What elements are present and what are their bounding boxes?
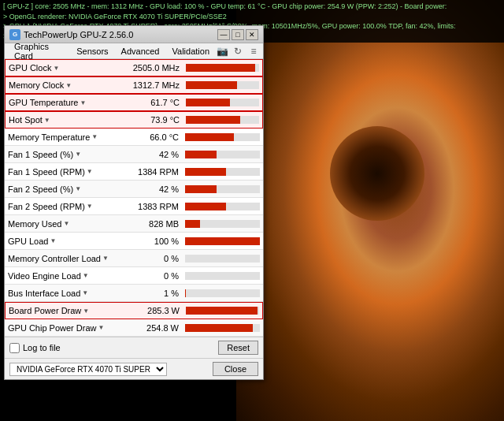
sensor-bar-container — [182, 253, 263, 264]
close-button[interactable]: Close — [213, 362, 258, 376]
sensor-bar-background — [185, 237, 260, 245]
sensor-bar-fill — [186, 116, 240, 124]
sensor-name: Fan 2 Speed (RPM) ▼ — [5, 202, 119, 211]
sensor-bar-container — [182, 288, 263, 299]
menu-graphics-card[interactable]: Graphics Card — [8, 40, 70, 62]
sensor-row: Memory Temperature ▼ 66.0 °C — [5, 129, 263, 146]
sensor-bar-container — [183, 114, 262, 125]
sensor-label: Bus Interface Load — [8, 289, 80, 298]
sensor-table: GPU Clock ▼ 2505.0 MHz Memory Clock ▼ 13… — [5, 59, 263, 337]
sensor-value: 42 % — [119, 184, 182, 194]
sensor-label: GPU Load — [8, 237, 48, 246]
dropdown-arrow-icon[interactable]: ▼ — [75, 151, 81, 158]
dropdown-arrow-icon[interactable]: ▼ — [80, 99, 86, 106]
dropdown-arrow-icon[interactable]: ▼ — [63, 220, 69, 227]
log-to-file-label: Log to file — [23, 343, 61, 352]
menu-sensors[interactable]: Sensors — [70, 45, 114, 58]
sensor-name: Fan 2 Speed (%) ▼ — [5, 184, 119, 194]
sensor-bar-container — [183, 97, 262, 108]
sensor-row: Memory Controller Load ▼ 0 % — [5, 250, 263, 267]
sensor-name: Board Power Draw ▼ — [6, 306, 120, 315]
dropdown-arrow-icon[interactable]: ▼ — [83, 272, 89, 279]
sensor-value: 61.7 °C — [120, 98, 183, 107]
refresh-icon[interactable]: ↻ — [232, 45, 244, 58]
sensor-label: Fan 1 Speed (RPM) — [8, 167, 85, 177]
sensor-bar-background — [185, 289, 260, 297]
sensor-bar-background — [185, 220, 260, 228]
sensor-bar-container — [182, 132, 263, 143]
menu-advanced[interactable]: Advanced — [115, 45, 166, 58]
sensor-label: Hot Spot — [9, 115, 43, 125]
sensor-value: 254.8 W — [119, 323, 182, 333]
dropdown-arrow-icon[interactable]: ▼ — [87, 203, 93, 210]
bottom-controls: Log to file Reset — [5, 337, 263, 358]
sensor-bar-background — [185, 151, 260, 158]
sensor-name: Video Engine Load ▼ — [5, 271, 119, 281]
sensor-value: 0 % — [119, 271, 182, 281]
sensor-row: GPU Temperature ▼ 61.7 °C — [5, 94, 263, 111]
dropdown-arrow-icon[interactable]: ▼ — [65, 82, 72, 89]
sensor-value: 0 % — [119, 254, 182, 263]
sensor-bar-background — [185, 133, 260, 141]
log-to-file-checkbox[interactable] — [9, 343, 20, 353]
sensor-name: Fan 1 Speed (%) ▼ — [5, 150, 119, 159]
sensor-bar-fill — [186, 99, 230, 106]
menu-validation[interactable]: Validation — [166, 45, 217, 58]
window-title: TechPowerUp GPU-Z 2.56.0 — [24, 30, 133, 39]
gpu-selector[interactable]: NVIDIA GeForce RTX 4070 Ti SUPER — [9, 363, 167, 376]
dropdown-arrow-icon[interactable]: ▼ — [87, 168, 93, 175]
dropdown-arrow-icon[interactable]: ▼ — [75, 185, 81, 192]
sensor-bar-fill — [185, 168, 226, 176]
sensor-bar-container — [182, 166, 263, 177]
sensor-label: Memory Controller Load — [8, 254, 101, 263]
sensor-row: Memory Clock ▼ 1312.7 MHz — [5, 76, 263, 94]
sensor-label: GPU Temperature — [9, 98, 78, 107]
sensor-bar-container — [182, 149, 263, 160]
minimize-button[interactable]: — — [217, 29, 230, 40]
title-buttons: — □ ✕ — [217, 29, 258, 40]
dropdown-arrow-icon[interactable]: ▼ — [83, 307, 89, 315]
dropdown-arrow-icon[interactable]: ▼ — [91, 133, 98, 140]
sensor-value: 1 % — [119, 289, 182, 298]
dropdown-arrow-icon[interactable]: ▼ — [98, 324, 104, 331]
sensor-name: Memory Used ▼ — [5, 219, 119, 229]
sensor-bar-fill — [185, 185, 217, 193]
reset-button[interactable]: Reset — [218, 341, 258, 355]
sensor-label: Memory Used — [8, 219, 61, 229]
sensor-bar-fill — [186, 64, 255, 72]
sensor-row: Fan 2 Speed (%) ▼ 42 % — [5, 181, 263, 198]
sensor-label: Memory Clock — [9, 80, 64, 90]
dropdown-arrow-icon[interactable]: ▼ — [102, 255, 109, 262]
sensor-row: Fan 2 Speed (RPM) ▼ 1383 RPM — [5, 198, 263, 215]
sensor-label: Memory Temperature — [8, 132, 90, 142]
dropdown-arrow-icon[interactable]: ▼ — [82, 289, 88, 296]
sensor-value: 1384 RPM — [119, 167, 182, 177]
sensor-bar-fill — [185, 324, 253, 332]
log-to-file-container: Log to file — [9, 343, 61, 353]
dropdown-arrow-icon[interactable]: ▼ — [50, 237, 56, 244]
sensor-bar-container — [183, 80, 262, 91]
dropdown-arrow-icon[interactable]: ▼ — [44, 117, 50, 124]
sensor-value: 1383 RPM — [119, 202, 182, 211]
sensor-value: 285.3 W — [120, 306, 183, 315]
sensor-bar-background — [185, 185, 260, 193]
camera-icon[interactable]: 📷 — [216, 45, 228, 58]
sensor-name: GPU Load ▼ — [5, 237, 119, 246]
sensor-label: GPU Clock — [9, 63, 51, 73]
app-icon: G — [9, 29, 20, 40]
sensor-bar-background — [185, 203, 260, 210]
sensor-label: Video Engine Load — [8, 271, 81, 281]
sensor-row: GPU Chip Power Draw ▼ 254.8 W — [5, 319, 263, 337]
maximize-button[interactable]: □ — [232, 29, 244, 40]
close-window-button[interactable]: ✕ — [246, 29, 258, 40]
topbar-line2: > OpenGL renderer: NVIDIA GeForce RTX 40… — [3, 12, 501, 22]
sensor-bar-background — [186, 99, 259, 106]
dropdown-arrow-icon[interactable]: ▼ — [53, 65, 59, 72]
sensor-row: Board Power Draw ▼ 285.3 W — [5, 302, 263, 319]
sensor-bar-background — [186, 116, 259, 124]
sensor-bar-background — [185, 324, 260, 332]
menu-more-icon[interactable]: ≡ — [247, 45, 260, 58]
sensor-label: Fan 2 Speed (%) — [8, 184, 73, 194]
sensor-name: Memory Controller Load ▼ — [5, 254, 119, 263]
sensor-bar-container — [182, 236, 263, 247]
